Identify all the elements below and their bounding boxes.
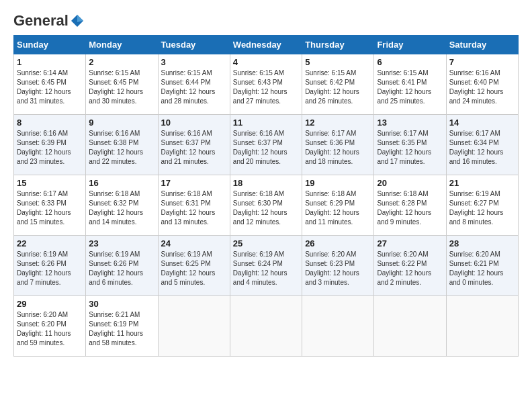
table-row: 1 Sunrise: 6:14 AM Sunset: 6:45 PM Dayli… bbox=[14, 54, 86, 115]
sunrise-label: Sunrise: 6:20 AM bbox=[305, 250, 356, 258]
sunrise-label: Sunrise: 6:19 AM bbox=[161, 250, 212, 258]
sunset-label: Sunset: 6:23 PM bbox=[305, 260, 355, 267]
sunset-label: Sunset: 6:31 PM bbox=[161, 199, 211, 207]
calendar-table: Sunday Monday Tuesday Wednesday Thursday… bbox=[13, 35, 519, 357]
empty-cell bbox=[230, 296, 302, 357]
calendar-week-row: 8 Sunrise: 6:16 AM Sunset: 6:39 PM Dayli… bbox=[14, 115, 519, 175]
day-number: 18 bbox=[233, 178, 299, 188]
day-number: 5 bbox=[305, 57, 371, 67]
sunrise-label: Sunrise: 6:19 AM bbox=[449, 190, 500, 197]
daylight-label: Daylight: 12 hours and 5 minutes. bbox=[161, 269, 216, 286]
day-number: 27 bbox=[377, 238, 443, 248]
table-row: 23 Sunrise: 6:19 AM Sunset: 6:26 PM Dayl… bbox=[86, 236, 158, 296]
daylight-label: Daylight: 12 hours and 25 minutes. bbox=[377, 88, 431, 105]
calendar-week-row: 1 Sunrise: 6:14 AM Sunset: 6:45 PM Dayli… bbox=[14, 54, 519, 115]
day-number: 16 bbox=[89, 178, 154, 188]
day-number: 14 bbox=[449, 118, 515, 128]
sunset-label: Sunset: 6:28 PM bbox=[377, 199, 427, 207]
table-row: 27 Sunrise: 6:20 AM Sunset: 6:22 PM Dayl… bbox=[374, 236, 446, 296]
daylight-label: Daylight: 12 hours and 6 minutes. bbox=[89, 269, 143, 286]
day-info: Sunrise: 6:18 AM Sunset: 6:29 PM Dayligh… bbox=[305, 189, 371, 227]
calendar-header-row: Sunday Monday Tuesday Wednesday Thursday… bbox=[14, 36, 519, 54]
day-number: 17 bbox=[161, 178, 227, 188]
sunset-label: Sunset: 6:41 PM bbox=[377, 79, 427, 86]
table-row: 2 Sunrise: 6:15 AM Sunset: 6:45 PM Dayli… bbox=[86, 54, 158, 115]
sunrise-label: Sunrise: 6:17 AM bbox=[305, 130, 356, 137]
sunrise-label: Sunrise: 6:16 AM bbox=[161, 130, 212, 137]
sunset-label: Sunset: 6:26 PM bbox=[17, 260, 66, 267]
sunset-label: Sunset: 6:39 PM bbox=[17, 139, 66, 146]
day-info: Sunrise: 6:21 AM Sunset: 6:19 PM Dayligh… bbox=[89, 310, 154, 348]
daylight-label: Daylight: 12 hours and 16 minutes. bbox=[449, 148, 504, 165]
daylight-label: Daylight: 12 hours and 15 minutes. bbox=[17, 209, 71, 226]
sunrise-label: Sunrise: 6:15 AM bbox=[233, 69, 284, 77]
day-info: Sunrise: 6:16 AM Sunset: 6:37 PM Dayligh… bbox=[161, 129, 227, 167]
empty-cell bbox=[446, 296, 518, 357]
table-row: 11 Sunrise: 6:16 AM Sunset: 6:37 PM Dayl… bbox=[230, 115, 302, 175]
sunset-label: Sunset: 6:45 PM bbox=[17, 79, 66, 86]
day-info: Sunrise: 6:19 AM Sunset: 6:26 PM Dayligh… bbox=[89, 250, 154, 287]
day-info: Sunrise: 6:19 AM Sunset: 6:27 PM Dayligh… bbox=[449, 189, 515, 227]
daylight-label: Daylight: 12 hours and 22 minutes. bbox=[89, 148, 143, 165]
daylight-label: Daylight: 12 hours and 7 minutes. bbox=[17, 269, 71, 286]
day-number: 29 bbox=[17, 299, 83, 309]
sunset-label: Sunset: 6:37 PM bbox=[233, 139, 283, 146]
sunset-label: Sunset: 6:20 PM bbox=[17, 320, 66, 328]
header: General bbox=[13, 13, 519, 28]
table-row: 9 Sunrise: 6:16 AM Sunset: 6:38 PM Dayli… bbox=[86, 115, 158, 175]
table-row: 24 Sunrise: 6:19 AM Sunset: 6:25 PM Dayl… bbox=[158, 236, 230, 296]
day-info: Sunrise: 6:17 AM Sunset: 6:34 PM Dayligh… bbox=[449, 129, 515, 167]
day-info: Sunrise: 6:20 AM Sunset: 6:22 PM Dayligh… bbox=[377, 250, 443, 287]
day-info: Sunrise: 6:18 AM Sunset: 6:28 PM Dayligh… bbox=[377, 189, 443, 227]
daylight-label: Daylight: 12 hours and 26 minutes. bbox=[305, 88, 359, 105]
day-number: 20 bbox=[377, 178, 443, 188]
calendar-week-row: 22 Sunrise: 6:19 AM Sunset: 6:26 PM Dayl… bbox=[14, 236, 519, 296]
day-number: 1 bbox=[17, 57, 83, 67]
daylight-label: Daylight: 12 hours and 28 minutes. bbox=[161, 88, 216, 105]
day-number: 13 bbox=[377, 118, 443, 128]
daylight-label: Daylight: 12 hours and 18 minutes. bbox=[305, 148, 359, 165]
sunset-label: Sunset: 6:27 PM bbox=[449, 199, 499, 207]
day-info: Sunrise: 6:18 AM Sunset: 6:30 PM Dayligh… bbox=[233, 189, 299, 227]
day-info: Sunrise: 6:16 AM Sunset: 6:40 PM Dayligh… bbox=[449, 68, 515, 106]
day-number: 7 bbox=[449, 57, 515, 67]
sunrise-label: Sunrise: 6:18 AM bbox=[233, 190, 284, 197]
table-row: 14 Sunrise: 6:17 AM Sunset: 6:34 PM Dayl… bbox=[446, 115, 518, 175]
sunrise-label: Sunrise: 6:15 AM bbox=[377, 69, 428, 77]
daylight-label: Daylight: 12 hours and 27 minutes. bbox=[233, 88, 287, 105]
empty-cell bbox=[158, 296, 230, 357]
day-info: Sunrise: 6:15 AM Sunset: 6:41 PM Dayligh… bbox=[377, 68, 443, 106]
table-row: 21 Sunrise: 6:19 AM Sunset: 6:27 PM Dayl… bbox=[446, 175, 518, 236]
sunset-label: Sunset: 6:42 PM bbox=[305, 79, 355, 86]
sunrise-label: Sunrise: 6:16 AM bbox=[17, 130, 68, 137]
sunrise-label: Sunrise: 6:18 AM bbox=[161, 190, 212, 197]
sunset-label: Sunset: 6:19 PM bbox=[89, 320, 138, 328]
table-row: 3 Sunrise: 6:15 AM Sunset: 6:44 PM Dayli… bbox=[158, 54, 230, 115]
col-monday: Monday bbox=[86, 36, 158, 54]
table-row: 17 Sunrise: 6:18 AM Sunset: 6:31 PM Dayl… bbox=[158, 175, 230, 236]
sunrise-label: Sunrise: 6:20 AM bbox=[377, 250, 428, 258]
day-info: Sunrise: 6:20 AM Sunset: 6:21 PM Dayligh… bbox=[449, 250, 515, 287]
day-number: 3 bbox=[161, 57, 227, 67]
table-row: 26 Sunrise: 6:20 AM Sunset: 6:23 PM Dayl… bbox=[302, 236, 374, 296]
sunrise-label: Sunrise: 6:19 AM bbox=[233, 250, 284, 258]
day-number: 8 bbox=[17, 118, 83, 128]
day-number: 23 bbox=[89, 238, 154, 248]
table-row: 6 Sunrise: 6:15 AM Sunset: 6:41 PM Dayli… bbox=[374, 54, 446, 115]
day-info: Sunrise: 6:16 AM Sunset: 6:37 PM Dayligh… bbox=[233, 129, 299, 167]
daylight-label: Daylight: 11 hours and 59 minutes. bbox=[17, 330, 71, 347]
daylight-label: Daylight: 12 hours and 0 minutes. bbox=[449, 269, 504, 286]
sunrise-label: Sunrise: 6:16 AM bbox=[449, 69, 500, 77]
sunrise-label: Sunrise: 6:15 AM bbox=[305, 69, 356, 77]
sunset-label: Sunset: 6:29 PM bbox=[305, 199, 355, 207]
day-info: Sunrise: 6:15 AM Sunset: 6:43 PM Dayligh… bbox=[233, 68, 299, 106]
sunset-label: Sunset: 6:34 PM bbox=[449, 139, 499, 146]
day-info: Sunrise: 6:19 AM Sunset: 6:25 PM Dayligh… bbox=[161, 250, 227, 287]
daylight-label: Daylight: 12 hours and 14 minutes. bbox=[89, 209, 143, 226]
day-number: 22 bbox=[17, 238, 83, 248]
table-row: 16 Sunrise: 6:18 AM Sunset: 6:32 PM Dayl… bbox=[86, 175, 158, 236]
day-info: Sunrise: 6:17 AM Sunset: 6:36 PM Dayligh… bbox=[305, 129, 371, 167]
daylight-label: Daylight: 12 hours and 20 minutes. bbox=[233, 148, 287, 165]
day-info: Sunrise: 6:18 AM Sunset: 6:31 PM Dayligh… bbox=[161, 189, 227, 227]
sunset-label: Sunset: 6:32 PM bbox=[89, 199, 138, 207]
